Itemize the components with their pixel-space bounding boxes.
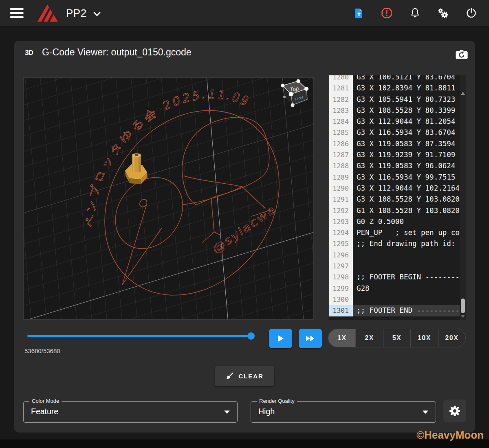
scroll-down-icon[interactable] [461, 315, 465, 318]
progress-slider[interactable] [27, 335, 251, 337]
gcode-line: 1300 [329, 294, 466, 305]
gcode-line: 1298;; FOOTER BEGIN ---------- [329, 272, 466, 283]
gcode-line: 1293G0 Z 0.5000 [329, 216, 466, 227]
scrollbar-thumb[interactable] [461, 299, 465, 313]
play-button[interactable] [269, 329, 292, 348]
ground-grid [24, 78, 314, 320]
color-mode-select[interactable]: Color Mode Feature [23, 401, 238, 423]
render-quality-label: Render Quality [257, 398, 297, 404]
view-cube[interactable]: Top Front [281, 79, 309, 107]
dropdown-arrow-icon [423, 411, 428, 414]
speed-2x[interactable]: 2X [355, 329, 383, 347]
brand-logo-icon[interactable] [36, 4, 59, 22]
gcode-line: 1299G28 [329, 283, 466, 294]
speed-1x[interactable]: 1X [328, 329, 355, 347]
3d-badge-icon: 3D [25, 49, 33, 57]
gcode-viewer-card: 3D G-Code Viewer: output_0150.gcode [14, 41, 475, 433]
settings-gears-icon[interactable] [437, 7, 449, 19]
power-icon[interactable] [465, 7, 477, 19]
gcode-line: 1281G3 X 102.8394 Y 81.8811 Z [329, 83, 466, 94]
scroll-up-icon[interactable] [461, 92, 465, 95]
app-name[interactable]: PP2 [66, 7, 87, 20]
page-title: G-Code Viewer: output_0150.gcode [42, 47, 192, 58]
speed-20x[interactable]: 20X [438, 329, 465, 347]
gcode-line: 1280G3 X 100.5121 Y 83.6704 Z [329, 75, 466, 83]
viewport-3d[interactable]: ペンプロッタゆる会 2025.11.09 @sylacwa [23, 77, 314, 320]
gcode-line: 1295;; End drawing path id: p [329, 238, 466, 249]
play-icon [277, 334, 285, 343]
clear-label: CLEAR [238, 373, 264, 380]
color-mode-value: Feature [31, 407, 58, 416]
gcode-panel[interactable]: 1280G3 X 100.5121 Y 83.6704 Z1281G3 X 10… [329, 75, 466, 320]
fast-forward-button[interactable] [299, 329, 322, 348]
speed-group: 1X2X5X10X20X [328, 329, 466, 347]
fast-forward-icon [305, 335, 315, 342]
color-mode-label: Color Mode [29, 398, 62, 404]
topbar: PP2 [0, 0, 489, 26]
notifications-bell-icon[interactable] [409, 7, 421, 19]
gear-icon [448, 404, 462, 418]
gcode-line: 1282G3 X 105.5941 Y 80.7323 Z [329, 94, 466, 105]
broom-icon [225, 372, 233, 380]
render-quality-value: High [258, 407, 275, 416]
under-line [183, 187, 242, 207]
gcode-line: 1290G3 X 112.9044 Y 102.2164 Z [329, 183, 466, 194]
gcode-line: 1296 [329, 250, 466, 261]
gcode-line: 1297 [329, 261, 466, 272]
gcode-line: 1285G3 X 116.5934 Y 83.6704 Z [329, 127, 466, 138]
alert-octagon-icon[interactable] [381, 7, 392, 19]
gcode-line: 1283G3 X 108.5528 Y 80.3399 Z [329, 105, 466, 116]
handle-label: @sylacwa [211, 202, 278, 256]
camera-reset-icon [455, 49, 468, 60]
gcode-line: 1287G3 X 119.9239 Y 91.7109 Z [329, 149, 466, 160]
progress-slider-thumb[interactable] [247, 332, 255, 340]
chevron-down-icon[interactable] [93, 11, 101, 17]
gcode-line: 1291G3 X 108.5528 Y 103.0820 Z [329, 194, 466, 205]
gcode-lines: 1280G3 X 100.5121 Y 83.6704 Z1281G3 X 10… [329, 75, 466, 316]
gcode-line: 1288G3 X 119.0583 Y 96.0624 Z [329, 160, 466, 171]
gcode-line: 1286G3 X 119.0583 Y 87.3594 Z [329, 138, 466, 149]
menu-icon[interactable] [10, 8, 24, 18]
gcode-line: 1294PEN_UP ; set pen up com [329, 227, 466, 238]
nib-point [116, 202, 165, 285]
gcode-line: 1289G3 X 116.5934 Y 99.7515 Z [329, 172, 466, 183]
render-quality-select[interactable]: Render Quality High [251, 401, 436, 423]
gcode-line: 1284G3 X 112.9044 Y 81.2054 Z [329, 116, 466, 127]
viewer-settings-button[interactable] [443, 400, 466, 422]
gcode-line: 1292G1 X 108.5528 Y 103.0820 Z [329, 205, 466, 216]
progress-counter: 53680/53680 [24, 347, 60, 354]
gcode-scrollbar[interactable] [460, 75, 466, 320]
footer-strip [0, 439, 489, 448]
plot-drawing: ペンプロッタゆる会 2025.11.09 @sylacwa [74, 78, 286, 320]
camera-reset-button[interactable] [451, 45, 472, 64]
watermark: ©HeavyMoon [416, 429, 484, 441]
bubble-fold-line [184, 159, 242, 204]
dropdown-arrow-icon [224, 411, 230, 414]
file-upload-icon[interactable] [353, 7, 364, 19]
speed-5x[interactable]: 5X [383, 329, 410, 347]
pen-tool [125, 154, 148, 184]
bubble-shape [178, 106, 271, 208]
clear-button[interactable]: CLEAR [215, 366, 274, 386]
speed-10x[interactable]: 10X [410, 329, 438, 347]
gcode-line: 1301;; FOOTER END ------------- [329, 305, 466, 316]
